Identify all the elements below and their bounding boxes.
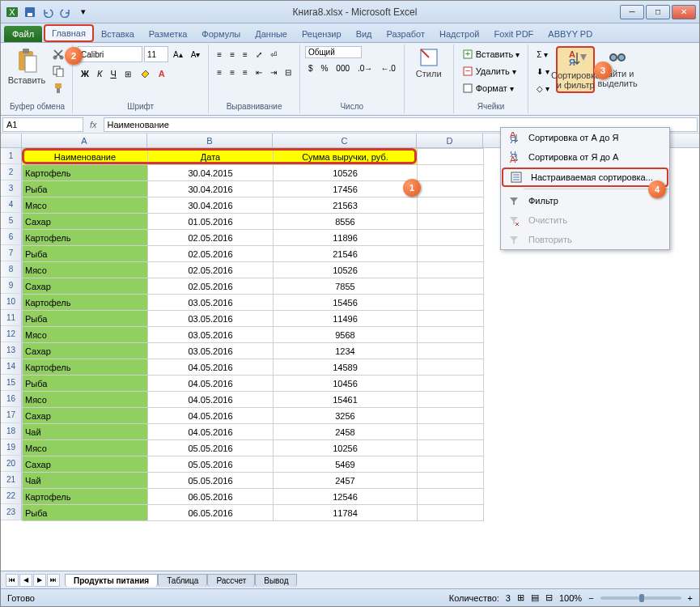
currency-button[interactable]: $	[305, 60, 316, 76]
cell[interactable]: Картофель	[23, 165, 148, 181]
cell[interactable]	[418, 408, 484, 424]
cell[interactable]: 11496	[274, 311, 418, 327]
table-row[interactable]: Картофель06.05.201612546	[23, 489, 484, 505]
row-header[interactable]: 23	[1, 504, 22, 520]
cell[interactable]	[418, 262, 484, 278]
bold-button[interactable]: Ж	[78, 66, 92, 82]
row-header[interactable]: 13	[1, 342, 22, 359]
cell[interactable]: 2457	[274, 473, 418, 489]
sheet-nav-next[interactable]: ▶	[33, 574, 46, 587]
cell[interactable]	[418, 489, 484, 505]
styles-button[interactable]: Стили	[409, 46, 448, 80]
align-center-button[interactable]: ≡	[227, 64, 238, 80]
cell[interactable]	[418, 424, 484, 440]
table-row[interactable]: Картофель03.05.201615456	[23, 295, 484, 311]
grow-font-button[interactable]: A▴	[170, 46, 186, 62]
name-box[interactable]: A1	[2, 117, 83, 132]
view-layout-button[interactable]: ▤	[531, 592, 539, 603]
row-header[interactable]: 5	[1, 213, 22, 229]
table-row[interactable]: Рыба06.05.201611784	[23, 505, 484, 521]
cell[interactable]: 3256	[274, 408, 418, 424]
cell[interactable]: 21546	[274, 246, 418, 262]
increase-decimal-button[interactable]: .0→	[354, 60, 375, 76]
table-row[interactable]: Чай04.05.20162458	[23, 424, 484, 440]
cell[interactable]: 12546	[274, 489, 418, 505]
table-row[interactable]: Мясо30.04.201621563	[23, 197, 484, 214]
align-left-button[interactable]: ≡	[214, 64, 225, 80]
cell[interactable]	[418, 505, 484, 521]
col-header-d[interactable]: D	[417, 134, 483, 147]
cell[interactable]	[418, 392, 484, 408]
cell[interactable]: Картофель	[23, 359, 148, 376]
align-middle-button[interactable]: ≡	[227, 46, 238, 62]
tab-view[interactable]: Вид	[349, 25, 380, 42]
cell[interactable]: Сахар	[23, 456, 148, 473]
decrease-decimal-button[interactable]: ←.0	[377, 60, 398, 76]
cell[interactable]: Сахар	[23, 343, 148, 359]
cell[interactable]	[418, 343, 484, 359]
cell[interactable]: Картофель	[23, 230, 148, 246]
percent-button[interactable]: %	[317, 60, 331, 76]
cell[interactable]: 10526	[274, 165, 418, 181]
zoom-in-button[interactable]: +	[688, 593, 693, 603]
cell[interactable]: 04.05.2016	[148, 424, 274, 440]
delete-cells-button[interactable]: −Удалить ▾	[459, 63, 524, 79]
cell[interactable]	[418, 214, 484, 230]
cell[interactable]: 15456	[274, 295, 418, 311]
cell[interactable]: 14589	[274, 359, 418, 376]
cell[interactable]: 10256	[274, 440, 418, 456]
fx-label[interactable]: fx	[85, 120, 102, 129]
table-row[interactable]: Рыба02.05.201621546	[23, 246, 484, 262]
sheet-tab[interactable]: Таблица	[158, 574, 207, 587]
cell[interactable]: Мясо	[23, 197, 148, 214]
table-row[interactable]: Мясо02.05.201610526	[23, 262, 484, 278]
cell[interactable]: 02.05.2016	[148, 230, 274, 246]
row-header[interactable]: 14	[1, 359, 22, 375]
table-row[interactable]: Мясо03.05.20169568	[23, 327, 484, 343]
cell[interactable]: Сахар	[23, 214, 148, 230]
menu-sort-desc[interactable]: ЯА Сортировка от Я до А	[501, 147, 669, 167]
table-row[interactable]: Сахар03.05.20161234	[23, 343, 484, 359]
row-header[interactable]: 7	[1, 245, 22, 261]
col-header-a[interactable]: A	[22, 134, 147, 147]
row-header[interactable]: 19	[1, 439, 22, 456]
tab-addins[interactable]: Надстрой	[432, 25, 486, 42]
sort-filter-button[interactable]: АЯ Сортировка и фильтр	[556, 46, 595, 93]
tab-data[interactable]: Данные	[248, 25, 295, 42]
cell[interactable]: 30.04.2016	[148, 181, 274, 197]
table-row[interactable]: Рыба04.05.201610456	[23, 376, 484, 392]
table-row[interactable]: Картофель04.05.201614589	[23, 359, 484, 376]
data-table[interactable]: Наименование Дата Сумма выручки, руб. Ка…	[22, 148, 484, 521]
align-right-button[interactable]: ≡	[240, 64, 251, 80]
underline-button[interactable]: Ч	[107, 66, 119, 82]
autosum-button[interactable]: Σ ▾	[533, 46, 553, 62]
tab-home[interactable]: Главная	[44, 24, 94, 42]
tab-developer[interactable]: Разработ	[380, 25, 432, 42]
cell[interactable]	[418, 327, 484, 343]
fill-color-button[interactable]	[136, 66, 154, 82]
cell[interactable]: Мясо	[23, 440, 148, 456]
cell[interactable]: 04.05.2016	[148, 392, 274, 408]
cell[interactable]: 5469	[274, 456, 418, 473]
row-header[interactable]: 4	[1, 197, 22, 213]
border-button[interactable]: ⊞	[121, 66, 134, 82]
cell[interactable]: Сахар	[23, 278, 148, 295]
tab-layout[interactable]: Разметка	[142, 25, 195, 42]
header-cell[interactable]: Дата	[148, 149, 274, 165]
cell[interactable]: 8556	[274, 214, 418, 230]
menu-custom-sort[interactable]: Настраиваемая сортировка...	[502, 168, 668, 187]
tab-file[interactable]: Файл	[4, 26, 42, 42]
copy-button[interactable]	[49, 63, 67, 79]
cell[interactable]: 05.05.2016	[148, 456, 274, 473]
row-header[interactable]: 2	[1, 164, 22, 180]
cell[interactable]: 30.04.2016	[148, 197, 274, 214]
row-header[interactable]: 21	[1, 472, 22, 488]
italic-button[interactable]: К	[94, 66, 105, 82]
tab-abbyy[interactable]: ABBYY PD	[541, 25, 600, 42]
sheet-tab-active[interactable]: Продукты питания	[65, 574, 158, 587]
row-header[interactable]: 1	[1, 148, 22, 164]
cell[interactable]: 02.05.2016	[148, 278, 274, 295]
cell[interactable]: 04.05.2016	[148, 359, 274, 376]
cell[interactable]: 2458	[274, 424, 418, 440]
cell[interactable]	[418, 181, 484, 197]
